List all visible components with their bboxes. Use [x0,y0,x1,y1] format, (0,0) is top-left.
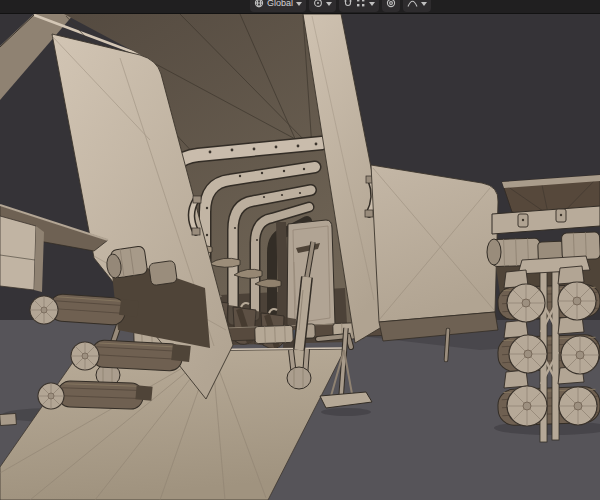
chevron-down-icon [326,2,332,6]
proportional-editing-circle-icon [386,0,396,8]
snap-controls[interactable] [339,0,379,12]
snap-magnet-icon [343,0,353,8]
3d-viewport[interactable] [0,0,600,500]
viewport-header-widgets: Global [250,0,431,12]
transform-orientation-dropdown[interactable]: Global [250,0,306,12]
transform-orientation-global-icon [254,0,264,8]
chevron-down-icon [296,2,302,6]
proportional-editing-toggle[interactable] [382,0,400,12]
right-wing-pylon[interactable] [371,165,498,360]
chevron-down-icon [421,2,427,6]
proportional-falloff-curve-icon [407,0,418,8]
pivot-point-dropdown[interactable] [309,0,336,12]
proportional-falloff-dropdown[interactable] [403,0,431,12]
snap-increment-icon [356,0,366,8]
floor-shadow-foot [321,408,371,416]
transform-orientation-label: Global [267,0,293,12]
pivot-point-icon [313,0,323,8]
right-gear-pod[interactable] [487,175,600,442]
viewport-header: Global [0,0,600,14]
left-pod-log-tip [0,413,16,425]
blender-window: Global [0,0,600,500]
chevron-down-icon [369,2,375,6]
